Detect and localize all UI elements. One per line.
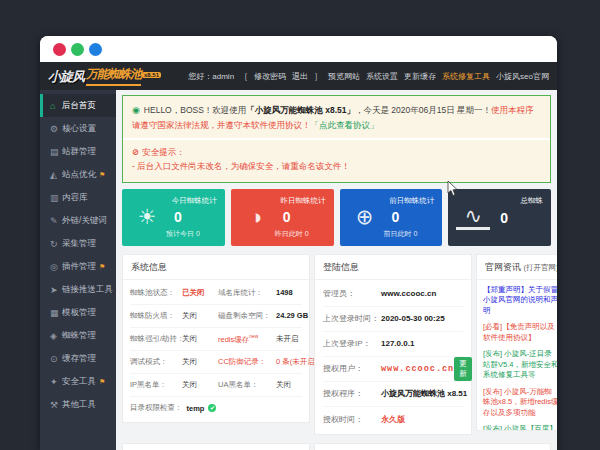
stat-card-title: 昨日蜘蛛统计 — [281, 196, 326, 206]
dir-permission-value: temp — [187, 404, 205, 413]
logo-text-secondary: 万能蜘蛛池 — [86, 66, 141, 86]
disk-free-space: 24.29 GB — [276, 311, 308, 320]
spider-icon: ◈ — [50, 331, 62, 341]
logo-text-primary: 小旋风 — [48, 68, 84, 86]
sidebar-item-label: 模板管理 — [62, 307, 96, 319]
sidebar-item-links-keywords[interactable]: ✎ 外链/关键词 — [40, 209, 116, 232]
field-label: 上次登录时间： — [323, 313, 381, 324]
stat-card-sub: 昨日此时 0 — [273, 229, 326, 239]
sidebar-item-core-settings[interactable]: ⚙ 核心设置 — [40, 117, 116, 140]
stat-card-title: 总蜘蛛 — [521, 196, 544, 206]
domain-count: 1498 — [276, 288, 302, 297]
sidebar-item-spider-manage[interactable]: ◈ 蜘蛛管理 — [40, 324, 116, 347]
stat-card-total[interactable]: ∿ 总蜘蛛 0 — [448, 189, 551, 246]
sidebar-item-label: 缓存管理 — [62, 353, 96, 365]
field-label: UA黑名单： — [218, 380, 276, 390]
optimize-icon: ◭ — [50, 170, 62, 180]
preview-site-link[interactable]: 预览网站 — [328, 71, 360, 82]
sidebar-item-site-group[interactable]: ▤ 站群管理 — [40, 140, 116, 163]
field-label: 磁盘剩余空间： — [218, 311, 276, 321]
app-logo[interactable]: 小旋风 万能蜘蛛池 x8.51 — [48, 66, 161, 86]
update-license-button[interactable]: 更新 — [454, 357, 472, 381]
window-minimize-dot[interactable] — [71, 43, 84, 56]
cache-icon: ⊙ — [50, 354, 62, 364]
pencil-icon: ✎ — [50, 216, 62, 226]
sidebar-item-label: 链接推送工具 — [62, 284, 113, 296]
login-info-row: 上次登录IP： 127.0.0.1 — [323, 332, 463, 357]
last-login-ip: 127.0.0.1 — [381, 339, 414, 348]
system-settings-link[interactable]: 系统设置 — [366, 71, 398, 82]
sidebar-item-site-optimize[interactable]: ◭ 站点优化 ⚑ — [40, 163, 116, 186]
window-maximize-dot[interactable] — [89, 43, 102, 56]
logout-link[interactable]: 退出 — [292, 71, 308, 82]
field-label: 上次登录IP： — [323, 338, 381, 349]
gear-icon: ⚙ — [50, 124, 62, 134]
template-icon: ▦ — [50, 308, 62, 318]
notice-box: ◉HELLO，BOSS！欢迎使用「小旋风万能蜘蛛池 x8.51」，今天是 202… — [122, 95, 551, 183]
news-item[interactable]: 【郑重声明】关于假冒小旋风官网的说明和声明 — [483, 285, 557, 317]
check-circle-icon: ✔ — [208, 404, 216, 412]
security-alert-line: - 后台入口文件尚未改名，为确保安全，请重命名该文件！ — [132, 159, 541, 173]
sidebar-item-security-tools[interactable]: ✦ 安全工具 ⚑ — [40, 370, 116, 393]
system-info-row: 蜘蛛防火墙： 关闭 磁盘剩余空间： 24.29 GB — [130, 305, 302, 328]
firewall-status: 关闭 — [182, 311, 218, 321]
license-duration: 永久版 — [381, 414, 405, 425]
news-title-text: 官网资讯 — [485, 262, 521, 272]
news-list: 【郑重声明】关于假冒小旋风官网的说明和声明 [必看]【免责声明以及软件使用协议】… — [477, 280, 557, 430]
last-login-time: 2020-05-30 00:25 — [381, 314, 445, 323]
sidebar-item-cache-manage[interactable]: ⊙ 缓存管理 — [40, 347, 116, 370]
window-close-dot[interactable] — [53, 43, 66, 56]
logo-version-badge: x8.51 — [142, 72, 161, 78]
debug-mode-status: 关闭 — [182, 357, 218, 367]
sidebar-item-home[interactable]: ⌂ 后台首页 — [40, 94, 116, 117]
main-content: ◉HELLO，BOSS！欢迎使用「小旋风万能蜘蛛池 x8.51」，今天是 202… — [116, 90, 557, 450]
plugin-icon: ◎ — [50, 262, 62, 272]
system-info-title: 系统信息 — [123, 255, 309, 280]
send-icon: ➤ — [50, 285, 62, 295]
stat-card-yesterday[interactable]: ◑ 昨日蜘蛛统计 0 昨日此时 0 — [231, 189, 334, 246]
stat-card-day-before[interactable]: ⊕ 前日蜘蛛统计 0 前日此时 0 — [340, 189, 443, 246]
open-official-site-link[interactable]: (打开官网) — [524, 263, 557, 272]
globe-icon: ⊕ — [348, 205, 382, 229]
stat-card-today[interactable]: ☀ 今日蜘蛛统计 0 预计今日 0 — [122, 189, 225, 246]
redis-status: 未开启 — [276, 334, 302, 344]
login-info-title: 登陆信息 — [315, 255, 471, 280]
news-item[interactable]: [发布] 小旋风-万能蜘蛛池x8.5，新增redis缓存以及多项功能 — [483, 387, 557, 419]
field-label: 授权程序： — [323, 388, 381, 399]
login-info-row: 授权程序： 小旋风万能蜘蛛池 x8.51 — [323, 382, 463, 407]
tools-icon: ⚒ — [50, 400, 62, 410]
news-item[interactable]: [发布] 小旋风【百度】 — [483, 424, 557, 430]
view-agreement-link[interactable]: 「点此查看协议」 — [311, 120, 379, 130]
system-info-panel: 系统信息 蜘蛛池状态： 已关闭 域名库统计： 1498 蜘蛛防火墙： 关闭 磁盘… — [122, 254, 310, 423]
redis-label: redis缓存new — [218, 333, 276, 345]
sidebar-item-collection[interactable]: ↻ 采集管理 — [40, 232, 116, 255]
sidebar-item-label: 后台首页 — [62, 100, 96, 112]
sidebar-item-label: 插件管理 — [62, 261, 96, 273]
stat-card-value: 0 — [382, 209, 435, 225]
sidebar-item-link-push[interactable]: ➤ 链接推送工具 ⚑ — [40, 278, 116, 301]
sidebar-item-plugins[interactable]: ◎ 插件管理 ⚑ — [40, 255, 116, 278]
field-label: 授权用户： — [323, 363, 381, 374]
system-info-row: 目录权限检查： temp ✔ — [130, 397, 302, 420]
change-password-link[interactable]: 修改密码 — [254, 71, 286, 82]
sidebar-item-content-library[interactable]: ▥ 内容库 — [40, 186, 116, 209]
repair-tool-link[interactable]: 系统修复工具 — [442, 71, 490, 82]
stat-card-sub: 预计今日 0 — [164, 229, 217, 239]
news-item[interactable]: [必看]【免责声明以及软件使用协议】 — [483, 322, 557, 343]
security-alert: ⊘安全提示： - 后台入口文件尚未改名，为确保安全，请重命名该文件！ — [123, 140, 550, 182]
sidebar-item-label: 蜘蛛管理 — [62, 330, 96, 342]
sidebar-item-templates[interactable]: ▦ 模板管理 — [40, 301, 116, 324]
sidebar-item-other-tools[interactable]: ⚒ 其他工具 — [40, 393, 116, 416]
stat-card-title: 前日蜘蛛统计 — [389, 196, 434, 206]
sidebar-item-label: 外链/关键词 — [62, 215, 107, 227]
news-item[interactable]: [发布] 小旋风-泛目录站群V5.4，新增安全和系统修复工具等 — [483, 349, 557, 381]
login-info-panel: 登陆信息 管理员： www.ccooc.cn 上次登录时间： 2020-05-3… — [314, 254, 472, 435]
field-label: 蜘蛛防火墙： — [130, 311, 182, 321]
admin-account: www.ccooc.cn — [381, 289, 436, 298]
sidebar-nav: ⌂ 后台首页 ⚙ 核心设置 ▤ 站群管理 ◭ 站点优化 ⚑ ▥ 内容库 ✎ — [40, 90, 116, 450]
refresh-cache-link[interactable]: 更新缓存 — [404, 71, 436, 82]
official-site-link[interactable]: 小旋风seo官网 — [496, 71, 549, 82]
ua-blacklist-status: 关闭 — [276, 380, 302, 390]
field-label: 授权时间： — [323, 414, 381, 425]
system-info-row: IP黑名单： 关闭 UA黑名单： 关闭 — [130, 374, 302, 397]
